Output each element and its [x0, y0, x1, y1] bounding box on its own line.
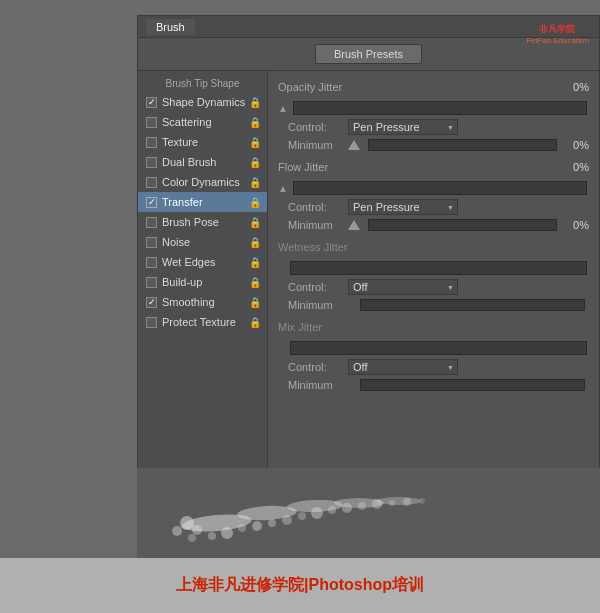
sidebar-item-dual-brush[interactable]: Dual Brush 🔒	[138, 152, 267, 172]
smoothing-label: Smoothing	[162, 296, 249, 308]
sidebar-item-brush-pose[interactable]: Brush Pose 🔒	[138, 212, 267, 232]
svg-point-15	[298, 512, 306, 520]
opacity-control-select[interactable]: Pen Pressure	[348, 119, 458, 135]
watermark-line2: FeiFan Education	[526, 36, 589, 46]
sidebar-item-shape-dynamics[interactable]: ✓ Shape Dynamics 🔒	[138, 92, 267, 112]
sidebar-item-smoothing[interactable]: ✓ Smoothing 🔒	[138, 292, 267, 312]
scattering-checkbox[interactable]	[146, 117, 157, 128]
svg-point-7	[221, 527, 233, 539]
flow-minimum-track[interactable]	[368, 219, 557, 231]
wetness-control-select[interactable]: Off	[348, 279, 458, 295]
lock-icon-scattering: 🔒	[249, 117, 261, 128]
scattering-label: Scattering	[162, 116, 249, 128]
brush-preview-area	[137, 468, 600, 558]
lock-icon-brush-pose: 🔒	[249, 217, 261, 228]
sidebar-item-protect-texture[interactable]: Protect Texture 🔒	[138, 312, 267, 332]
svg-point-8	[238, 524, 246, 532]
flow-control-row: Control: Pen Pressure	[278, 199, 589, 215]
mix-control-row: Control: Off	[278, 359, 589, 375]
dual-brush-checkbox[interactable]	[146, 157, 157, 168]
opacity-minimum-triangle	[348, 140, 360, 150]
svg-point-10	[268, 519, 276, 527]
opacity-control-select-wrapper: Pen Pressure	[348, 119, 458, 135]
wet-edges-checkbox[interactable]	[146, 257, 157, 268]
watermark-line1: 非凡学院	[526, 24, 589, 36]
opacity-jitter-row: Opacity Jitter 0%	[278, 77, 589, 97]
flow-jitter-value: 0%	[554, 161, 589, 173]
lock-icon-smoothing: 🔒	[249, 297, 261, 308]
brush-pose-checkbox[interactable]	[146, 217, 157, 228]
flow-control-select-wrapper: Pen Pressure	[348, 199, 458, 215]
opacity-jitter-slider-row: ▲	[278, 101, 589, 115]
sidebar-item-scattering[interactable]: Scattering 🔒	[138, 112, 267, 132]
svg-point-19	[358, 502, 366, 510]
sidebar-item-wet-edges[interactable]: Wet Edges 🔒	[138, 252, 267, 272]
wet-edges-label: Wet Edges	[162, 256, 249, 268]
wetness-jitter-label: Wetness Jitter	[278, 241, 358, 253]
mix-jitter-label: Mix Jitter	[278, 321, 358, 333]
wetness-jitter-slider[interactable]	[290, 261, 587, 275]
texture-label: Texture	[162, 136, 249, 148]
sidebar-item-texture[interactable]: Texture 🔒	[138, 132, 267, 152]
noise-checkbox[interactable]	[146, 237, 157, 248]
opacity-jitter-value: 0%	[554, 81, 589, 93]
flow-minimum-triangle	[348, 220, 360, 230]
svg-point-20	[372, 499, 382, 509]
shape-dynamics-label: Shape Dynamics	[162, 96, 249, 108]
sidebar-item-noise[interactable]: Noise 🔒	[138, 232, 267, 252]
opacity-triangle-icon: ▲	[278, 103, 288, 114]
mix-slider-row	[278, 341, 589, 355]
flow-jitter-row: Flow Jitter 0%	[278, 157, 589, 177]
wetness-minimum-track[interactable]	[360, 299, 585, 311]
protect-texture-checkbox[interactable]	[146, 317, 157, 328]
svg-point-16	[311, 507, 323, 519]
color-dynamics-label: Color Dynamics	[162, 176, 249, 188]
svg-point-11	[180, 516, 194, 530]
mix-control-select[interactable]: Off	[348, 359, 458, 375]
flow-control-select[interactable]: Pen Pressure	[348, 199, 458, 215]
flow-jitter-label: Flow Jitter	[278, 161, 358, 173]
mix-jitter-row: Mix Jitter	[278, 317, 589, 337]
mix-control-select-wrapper: Off	[348, 359, 458, 375]
build-up-checkbox[interactable]	[146, 277, 157, 288]
sidebar-item-build-up[interactable]: Build-up 🔒	[138, 272, 267, 292]
texture-checkbox[interactable]	[146, 137, 157, 148]
flow-jitter-slider[interactable]	[293, 181, 587, 195]
dual-brush-label: Dual Brush	[162, 156, 249, 168]
mix-jitter-slider[interactable]	[290, 341, 587, 355]
opacity-minimum-label: Minimum	[288, 139, 348, 151]
sidebar-item-color-dynamics[interactable]: Color Dynamics 🔒	[138, 172, 267, 192]
opacity-minimum-value: 0%	[561, 139, 589, 151]
bottom-bar: 上海非凡进修学院|Photoshop培训	[0, 558, 600, 613]
svg-point-23	[419, 498, 425, 504]
flow-control-label: Control:	[288, 201, 348, 213]
transfer-checkbox[interactable]: ✓	[146, 197, 157, 208]
sidebar-item-transfer[interactable]: ✓ Transfer 🔒	[138, 192, 267, 212]
lock-icon-texture: 🔒	[249, 137, 261, 148]
bottom-text-content: 上海非凡进修学院|Photoshop培训	[176, 576, 424, 593]
svg-point-9	[252, 521, 262, 531]
brush-tab[interactable]: Brush	[146, 19, 195, 35]
mix-minimum-track[interactable]	[360, 379, 585, 391]
watermark: 非凡学院 FeiFan Education	[520, 15, 595, 55]
svg-point-14	[282, 515, 292, 525]
svg-point-22	[403, 498, 411, 506]
brush-pose-label: Brush Pose	[162, 216, 249, 228]
svg-point-12	[172, 526, 182, 536]
lock-icon-wet-edges: 🔒	[249, 257, 261, 268]
svg-point-21	[389, 500, 395, 506]
flow-jitter-slider-row: ▲	[278, 181, 589, 195]
svg-point-17	[328, 506, 336, 514]
shape-dynamics-checkbox[interactable]: ✓	[146, 97, 157, 108]
svg-point-5	[192, 525, 202, 535]
opacity-jitter-slider[interactable]	[293, 101, 587, 115]
svg-point-4	[377, 497, 421, 505]
wetness-jitter-row: Wetness Jitter	[278, 237, 589, 257]
svg-point-18	[342, 503, 352, 513]
smoothing-checkbox[interactable]: ✓	[146, 297, 157, 308]
opacity-minimum-track[interactable]	[368, 139, 557, 151]
mix-minimum-label: Minimum	[288, 379, 348, 391]
opacity-minimum-row: Minimum 0%	[278, 139, 589, 151]
brush-presets-button[interactable]: Brush Presets	[315, 44, 422, 64]
color-dynamics-checkbox[interactable]	[146, 177, 157, 188]
